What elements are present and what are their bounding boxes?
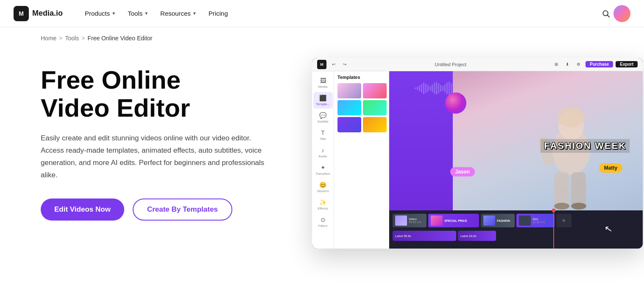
navbar: M Media.io Products ▼ Tools ▼ Resources … xyxy=(0,0,644,27)
sidebar-item-templates[interactable]: ⬛ Templa... xyxy=(313,92,333,109)
timeline-row-audio: Label 59.9s Label 24.9s xyxy=(393,230,639,242)
fashion-week-text: FASHION WEEK xyxy=(540,139,630,153)
logo[interactable]: M Media.io xyxy=(14,6,63,21)
export-button[interactable]: Export xyxy=(616,61,638,67)
clip-thumb-1 xyxy=(395,215,407,226)
sidebar-item-subtitle[interactable]: 💬 Subtitle xyxy=(313,109,333,126)
search-icon[interactable] xyxy=(598,6,613,21)
audio-icon: ♪ xyxy=(321,147,324,154)
breadcrumb: Home > Tools > Free Online Video Editor xyxy=(0,27,644,49)
sidebar-item-media[interactable]: 🖼 Media xyxy=(313,75,333,91)
timeline-cursor xyxy=(553,210,554,249)
editor-logo: M xyxy=(317,60,326,69)
template-thumb-3[interactable] xyxy=(337,100,361,115)
nav-resources-label: Resources xyxy=(160,10,191,17)
timeline-clip-audio1[interactable]: Label 59.9s xyxy=(393,231,456,241)
cursor-head xyxy=(552,209,555,212)
button-group: Edit Videos Now Create By Templates xyxy=(41,199,287,221)
download-icon: ⬇ xyxy=(563,61,571,68)
sidebar-item-audio[interactable]: ♪ Audio xyxy=(313,144,333,161)
page-title: Free Online Video Editor xyxy=(41,66,287,122)
nav-pricing[interactable]: Pricing xyxy=(204,6,233,20)
badge-matty: Matty xyxy=(599,163,622,173)
grid-icon: ⊞ xyxy=(552,61,560,68)
svg-point-9 xyxy=(571,203,586,210)
breadcrumb-tools[interactable]: Tools xyxy=(65,35,79,42)
badge-jason: Jason xyxy=(450,167,475,176)
settings-icon: ⚙ xyxy=(574,61,582,68)
timeline-clip-slot[interactable]: Slot 12.9s ⊙1 xyxy=(516,214,555,227)
redo-icon: ↪ xyxy=(341,61,348,68)
editor-canvas: FASHION WEEK Jason Matty Video 59.9s ⊙3 xyxy=(389,71,643,249)
deco-ball xyxy=(445,92,466,114)
chevron-down-icon: ▼ xyxy=(192,11,197,16)
page-description: Easily create and edit stunning videos o… xyxy=(41,132,270,182)
brand-name: Media.io xyxy=(32,9,63,18)
templates-panel: Templates xyxy=(334,71,389,249)
topbar-buttons: Purchase Export xyxy=(585,61,638,67)
template-thumb-2[interactable] xyxy=(363,83,387,98)
templates-icon: ⬛ xyxy=(319,95,326,101)
editor-topbar: M ↩ ↪ Untitled Project ⊞ ⬇ ⚙ Purchase Ex… xyxy=(312,58,643,71)
chevron-down-icon: ▼ xyxy=(112,11,116,16)
right-section: M ↩ ↪ Untitled Project ⊞ ⬇ ⚙ Purchase Ex… xyxy=(312,58,643,249)
nav-resources[interactable]: Resources ▼ xyxy=(155,6,202,20)
stickers-icon: 😊 xyxy=(319,182,326,188)
left-section: Free Online Video Editor Easily create a… xyxy=(41,58,287,221)
main-content: Free Online Video Editor Easily create a… xyxy=(0,49,644,278)
timeline-clip-video3[interactable]: FASHION xyxy=(481,214,515,227)
transition-icon: ✦ xyxy=(321,164,326,171)
clip-thumb-slot xyxy=(519,215,531,226)
chevron-down-icon: ▼ xyxy=(144,11,148,16)
svg-point-7 xyxy=(558,106,585,128)
clip-thumb-3 xyxy=(483,215,495,226)
timeline-row-video: Video 59.9s ⊙3 SPECIAL PRICE FASHION xyxy=(393,213,639,228)
timeline-clip-video2[interactable]: SPECIAL PRICE xyxy=(428,214,479,227)
editor-sidebar: 🖼 Media ⬛ Templa... 💬 Subtitle T Title xyxy=(312,71,334,249)
breadcrumb-sep-2: > xyxy=(81,35,85,42)
logo-icon: M xyxy=(14,6,29,21)
template-thumb-5[interactable] xyxy=(337,117,361,132)
clip-thumb-2 xyxy=(431,215,443,226)
timeline-clip-video1[interactable]: Video 59.9s ⊙3 xyxy=(393,214,427,227)
editor-body: 🖼 Media ⬛ Templa... 💬 Subtitle T Title xyxy=(312,71,643,249)
subtitle-icon: 💬 xyxy=(319,112,326,119)
add-clip-button[interactable]: + xyxy=(556,214,572,227)
purchase-button[interactable]: Purchase xyxy=(585,61,613,67)
nav-links: Products ▼ Tools ▼ Resources ▼ Pricing xyxy=(80,6,598,20)
template-thumb-1[interactable] xyxy=(337,83,361,98)
project-title: Untitled Project xyxy=(352,62,549,67)
nav-products-label: Products xyxy=(85,10,110,17)
svg-rect-3 xyxy=(554,172,569,206)
nav-tools[interactable]: Tools ▼ xyxy=(123,6,153,20)
editor-preview: M ↩ ↪ Untitled Project ⊞ ⬇ ⚙ Purchase Ex… xyxy=(312,58,643,249)
templates-panel-title: Templates xyxy=(337,75,385,80)
create-by-templates-button[interactable]: Create By Templates xyxy=(133,199,232,221)
template-thumb-6[interactable] xyxy=(363,117,387,132)
svg-line-1 xyxy=(608,15,610,17)
sidebar-item-title[interactable]: T Title xyxy=(313,127,333,143)
sidebar-item-effects[interactable]: ✨ Effects xyxy=(313,196,333,213)
sidebar-item-filters[interactable]: ⊙ Filters xyxy=(313,214,333,230)
template-thumb-4[interactable] xyxy=(363,100,387,115)
sidebar-item-transition[interactable]: ✦ Transition xyxy=(313,162,333,178)
svg-rect-4 xyxy=(571,172,586,206)
filters-icon: ⊙ xyxy=(321,216,326,223)
nav-tools-label: Tools xyxy=(128,10,142,17)
title-icon: T xyxy=(321,129,325,136)
breadcrumb-sep-1: > xyxy=(59,35,62,42)
effects-icon: ✨ xyxy=(319,199,326,206)
svg-point-8 xyxy=(554,203,569,210)
timeline-clip-audio2[interactable]: Label 24.9s xyxy=(458,231,496,241)
breadcrumb-current: Free Online Video Editor xyxy=(87,35,152,42)
undo-icon: ↩ xyxy=(330,61,337,68)
templates-grid xyxy=(337,83,385,132)
media-icon: 🖼 xyxy=(320,77,326,84)
nav-products[interactable]: Products ▼ xyxy=(80,6,121,20)
avatar[interactable] xyxy=(613,5,630,22)
sidebar-item-stickers[interactable]: 😊 Stickers xyxy=(313,179,333,196)
edit-videos-now-button[interactable]: Edit Videos Now xyxy=(41,199,124,221)
breadcrumb-home[interactable]: Home xyxy=(41,35,56,42)
